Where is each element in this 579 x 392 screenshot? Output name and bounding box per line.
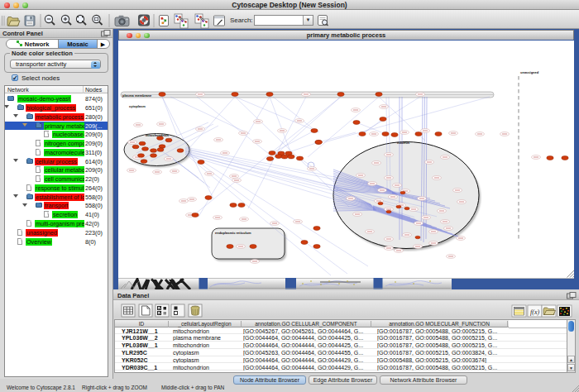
svg-text:cytoplasm: cytoplasm xyxy=(129,104,146,108)
svg-text:endoplasmic reticulum: endoplasmic reticulum xyxy=(215,231,251,235)
svg-text:mitochondrion: mitochondrion xyxy=(146,133,170,137)
svg-text:unassigned: unassigned xyxy=(520,70,539,74)
svg-text:nucleus: nucleus xyxy=(397,141,410,145)
svg-text:plasma membrane: plasma membrane xyxy=(122,93,152,98)
svg-text:f(x): f(x) xyxy=(530,308,539,316)
